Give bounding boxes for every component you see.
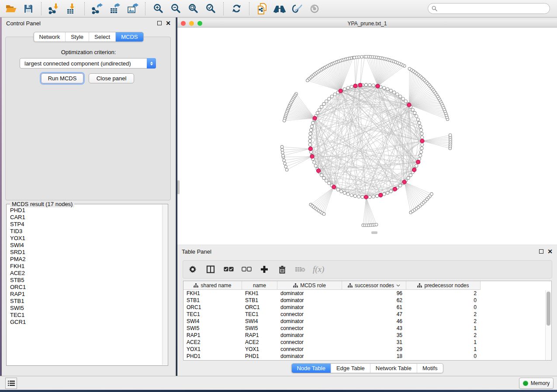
zoom-fit-button[interactable] bbox=[186, 2, 201, 16]
mcds-hub-node[interactable] bbox=[376, 84, 380, 88]
mcds-hub-node[interactable] bbox=[402, 180, 406, 184]
table-scrollbar-thumb[interactable] bbox=[547, 292, 550, 326]
search-input[interactable] bbox=[439, 6, 546, 12]
export-table-button[interactable] bbox=[107, 2, 122, 16]
show-eye-button[interactable] bbox=[307, 2, 322, 16]
column-header-MCDS-role[interactable]: MCDS role bbox=[277, 281, 342, 290]
optimization-criterion-select[interactable]: largest connected component (undirected) bbox=[20, 58, 156, 69]
mcds-result-item[interactable]: STB5 bbox=[10, 277, 162, 284]
import-network-button[interactable] bbox=[47, 2, 62, 16]
save-session-button[interactable] bbox=[21, 2, 36, 16]
close-panel-icon[interactable]: ✕ bbox=[166, 21, 171, 25]
select-all-button[interactable] bbox=[223, 264, 234, 275]
mcds-result-item[interactable]: STP4 bbox=[10, 221, 162, 228]
mcds-result-scrollbar[interactable] bbox=[162, 205, 167, 365]
mcds-hub-node[interactable] bbox=[364, 195, 368, 199]
mcds-hub-node[interactable] bbox=[358, 83, 362, 87]
deselect-all-button[interactable] bbox=[241, 264, 252, 275]
mcds-hub-node[interactable] bbox=[379, 193, 383, 197]
network-canvas[interactable] bbox=[177, 28, 557, 244]
mcds-result-item[interactable]: SWI4 bbox=[10, 242, 162, 249]
tab-node-table[interactable]: Node Table bbox=[291, 364, 331, 373]
mcds-result-list[interactable]: PHD1CAR1STP4TID3YOX1SWI4SRD1PMA2FKH1ACE2… bbox=[7, 205, 162, 365]
table-row[interactable]: PHD1PHD1dominator180 bbox=[183, 353, 551, 360]
table-row[interactable]: SWI4SWI4dominator462 bbox=[183, 318, 551, 325]
mcds-result-item[interactable]: SRD1 bbox=[10, 249, 162, 256]
mcds-hub-node[interactable] bbox=[332, 185, 336, 189]
table-row[interactable]: RAP1RAP1dominator352 bbox=[183, 332, 551, 339]
network-vertical-scrollbar-thumb[interactable] bbox=[177, 180, 180, 194]
mcds-hub-node[interactable] bbox=[313, 116, 317, 120]
table-settings-button[interactable] bbox=[187, 264, 198, 275]
mcds-result-item[interactable]: TID3 bbox=[10, 228, 162, 235]
mcds-hub-node[interactable] bbox=[407, 103, 411, 107]
column-header-predecessor-nodes[interactable]: predecessor nodes bbox=[406, 281, 481, 290]
tab-network-table[interactable]: Network Table bbox=[370, 364, 417, 373]
mcds-result-item[interactable]: RAP1 bbox=[10, 291, 162, 298]
network-horizontal-scrollbar-thumb[interactable] bbox=[371, 231, 377, 234]
table-row[interactable]: ORC1ORC1dominator610 bbox=[183, 304, 551, 311]
tab-network[interactable]: Network bbox=[34, 32, 65, 41]
mcds-result-item[interactable]: CAR1 bbox=[10, 214, 162, 221]
memory-button[interactable]: Memory bbox=[519, 378, 554, 389]
mcds-result-item[interactable]: ACE2 bbox=[10, 270, 162, 277]
show-columns-button[interactable] bbox=[205, 264, 216, 275]
zoom-in-button[interactable] bbox=[151, 2, 166, 16]
open-session-button[interactable] bbox=[3, 2, 18, 16]
mcds-hub-node[interactable] bbox=[393, 187, 397, 191]
mcds-result-item[interactable]: TEC1 bbox=[10, 312, 162, 319]
table-row[interactable]: STB1STB1dominator620 bbox=[183, 297, 551, 304]
table-row[interactable]: FKH1FKH1dominator962 bbox=[183, 290, 551, 297]
zoom-selected-button[interactable] bbox=[203, 2, 218, 16]
column-header-successor-nodes[interactable]: successor nodes bbox=[342, 281, 406, 290]
function-builder-button[interactable]: f(x) bbox=[313, 265, 324, 274]
column-header-name[interactable]: name bbox=[242, 281, 277, 290]
close-panel-button[interactable]: Close panel bbox=[89, 73, 134, 83]
column-header-shared-name[interactable]: shared name bbox=[183, 281, 242, 290]
mcds-result-item[interactable]: PHD1 bbox=[10, 207, 162, 214]
search-box[interactable] bbox=[428, 3, 550, 14]
table-row[interactable]: YOX1YOX1connector291 bbox=[183, 346, 551, 353]
search-find-button[interactable] bbox=[272, 2, 287, 16]
mcds-result-item[interactable]: YOX1 bbox=[10, 235, 162, 242]
tab-motifs[interactable]: Motifs bbox=[417, 364, 443, 373]
tab-style[interactable]: Style bbox=[65, 32, 89, 41]
export-image-button[interactable] bbox=[125, 2, 140, 16]
table-row[interactable]: TEC1TEC1connector472 bbox=[183, 311, 551, 318]
mcds-hub-node[interactable] bbox=[412, 168, 416, 172]
table-row[interactable]: SWI5SWI5connector431 bbox=[183, 325, 551, 332]
tab-select[interactable]: Select bbox=[89, 32, 115, 41]
zoom-out-button[interactable] bbox=[168, 2, 183, 16]
hide-glasses-button[interactable] bbox=[290, 2, 304, 16]
tab-mcds[interactable]: MCDS bbox=[115, 32, 143, 41]
task-history-button[interactable] bbox=[5, 378, 17, 389]
node-table[interactable]: shared namenameMCDS rolesuccessor nodesp… bbox=[183, 281, 552, 361]
import-table-button[interactable] bbox=[64, 2, 79, 16]
mcds-result-item[interactable]: PMA2 bbox=[10, 256, 162, 263]
mcds-result-item[interactable]: FKH1 bbox=[10, 263, 162, 270]
close-panel-icon[interactable]: ✕ bbox=[547, 249, 553, 254]
run-mcds-button[interactable]: Run MCDS bbox=[41, 73, 83, 83]
delete-table-button[interactable] bbox=[295, 264, 305, 275]
mcds-hub-node[interactable] bbox=[317, 169, 321, 173]
network-window-titlebar[interactable]: YPA_prune.txt_1 bbox=[177, 20, 557, 28]
mcds-hub-node[interactable] bbox=[420, 139, 424, 143]
mcds-hub-node[interactable] bbox=[339, 89, 343, 93]
clone-network-button[interactable] bbox=[255, 2, 270, 16]
mcds-result-item[interactable]: SWI5 bbox=[10, 305, 162, 312]
mcds-result-item[interactable]: STB1 bbox=[10, 298, 162, 305]
mcds-hub-node[interactable] bbox=[416, 160, 420, 164]
export-network-button[interactable] bbox=[90, 2, 105, 16]
tab-edge-table[interactable]: Edge Table bbox=[331, 364, 370, 373]
refresh-button[interactable] bbox=[229, 2, 244, 16]
mcds-hub-node[interactable] bbox=[353, 84, 357, 88]
mcds-result-item[interactable]: GCR1 bbox=[10, 319, 162, 326]
delete-column-button[interactable] bbox=[277, 264, 287, 275]
table-row[interactable]: ACE2ACE2connector311 bbox=[183, 339, 551, 346]
mcds-hub-node[interactable] bbox=[310, 155, 314, 158]
float-panel-icon[interactable] bbox=[157, 21, 162, 25]
add-column-button[interactable] bbox=[259, 264, 270, 275]
table-scrollbar[interactable] bbox=[545, 290, 551, 360]
mcds-result-item[interactable]: ORC1 bbox=[10, 284, 162, 291]
float-panel-icon[interactable] bbox=[539, 249, 543, 254]
